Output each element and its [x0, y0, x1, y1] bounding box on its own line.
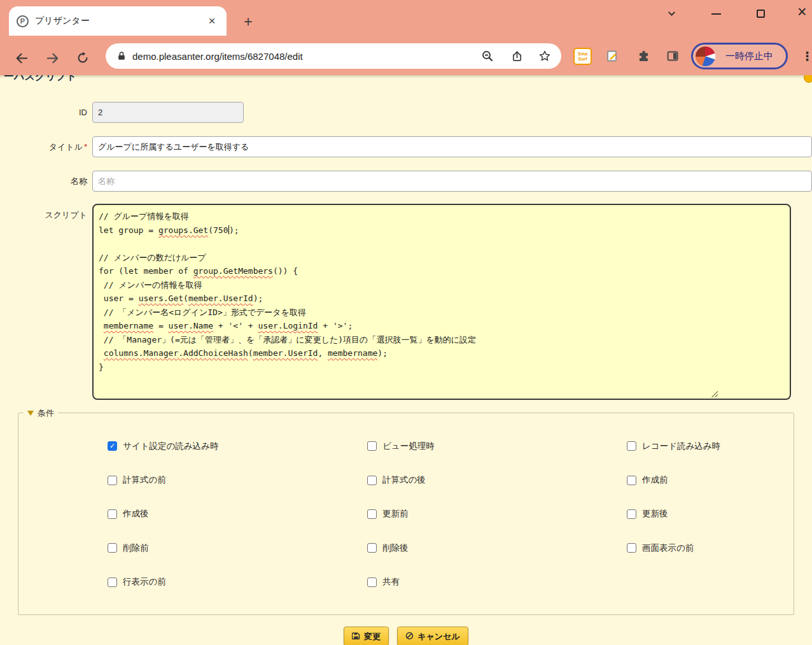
window-maximize-button[interactable] — [757, 10, 765, 18]
condition-item[interactable]: 作成前 — [627, 463, 812, 497]
condition-item[interactable]: 共有 — [367, 565, 627, 599]
condition-item[interactable]: レコード読み込み時 — [627, 429, 812, 463]
back-icon[interactable] — [13, 50, 30, 66]
checkbox-label: 更新後 — [642, 508, 668, 520]
menu-dots-icon[interactable] — [801, 49, 812, 64]
checkbox-checked[interactable]: ✓ — [108, 441, 117, 451]
command-bar: 変更 キャンセル — [0, 627, 812, 645]
checkbox-label: 計算式の前 — [123, 474, 166, 486]
checkbox-unchecked[interactable] — [108, 476, 117, 485]
profile-chip[interactable]: 一時停止中 — [691, 43, 788, 69]
script-label: スクリプト — [0, 206, 87, 225]
share-icon[interactable] — [510, 50, 523, 62]
conditions-legend[interactable]: 条件 — [24, 408, 58, 419]
user-circle-icon[interactable] — [804, 75, 812, 83]
forward-icon[interactable] — [44, 50, 60, 66]
condition-item[interactable]: 計算式の後 — [367, 463, 627, 497]
checkbox-label: 共有 — [382, 576, 400, 588]
browser-tab[interactable]: P プリザンター — [9, 6, 227, 36]
id-input[interactable] — [92, 102, 244, 123]
checkbox-unchecked[interactable] — [108, 578, 117, 587]
checkbox-unchecked[interactable] — [627, 441, 636, 451]
checkbox-label: 画面表示の前 — [642, 542, 694, 554]
screen: { "browser": { "tab_title": "プリザンター", "f… — [0, 0, 812, 645]
collapse-triangle-icon[interactable] — [27, 411, 34, 416]
checkbox-label: 削除前 — [123, 542, 149, 554]
checkbox-label: 作成前 — [642, 474, 668, 486]
cancel-button[interactable]: キャンセル — [397, 627, 468, 645]
conditions-fieldset: 条件 ✓サイト設定の読み込み時ビュー処理時レコード読み込み時計算式の前計算式の後… — [18, 413, 794, 615]
browser-chrome: P プリザンター demo.pleasanter.org/items/68270… — [0, 0, 812, 75]
url-text[interactable]: demo.pleasanter.org/items/6827048/edit — [132, 51, 303, 62]
id-label: ID — [0, 102, 87, 123]
cancel-icon — [405, 632, 414, 642]
update-button-label: 変更 — [364, 631, 381, 642]
tab-close-icon[interactable] — [205, 14, 219, 28]
extensions-puzzle-icon[interactable] — [636, 49, 650, 63]
tab-title: プリザンター — [35, 15, 205, 27]
address-bar[interactable]: demo.pleasanter.org/items/6827048/edit — [106, 43, 561, 69]
checkbox-unchecked[interactable] — [627, 476, 636, 485]
condition-item[interactable]: ビュー処理時 — [367, 429, 627, 463]
checkbox-label: サイト設定の読み込み時 — [123, 441, 218, 452]
save-icon — [352, 632, 360, 642]
checkbox-unchecked[interactable] — [367, 578, 377, 587]
tab-favicon-icon: P — [17, 15, 29, 27]
checkbox-label: 計算式の後 — [382, 474, 426, 486]
update-button[interactable]: 変更 — [344, 627, 389, 645]
conditions-legend-text: 条件 — [38, 408, 54, 419]
required-mark: * — [84, 142, 87, 152]
checkbox-unchecked[interactable] — [627, 543, 636, 553]
checkbox-unchecked[interactable] — [108, 509, 117, 519]
notes-extension-icon[interactable] — [605, 49, 619, 63]
checkbox-unchecked[interactable] — [367, 476, 377, 485]
condition-item[interactable]: 行表示の前 — [108, 565, 367, 599]
lock-icon[interactable] — [117, 51, 126, 61]
condition-item[interactable]: 削除後 — [367, 531, 627, 565]
checkbox-unchecked[interactable] — [108, 543, 117, 553]
pleasanter-page: ーバスクリプト ID タイトル* 名称 スクリプト // グループ情報を取得le… — [0, 75, 812, 645]
conditions-grid: ✓サイト設定の読み込み時ビュー処理時レコード読み込み時計算式の前計算式の後作成前… — [108, 429, 812, 599]
side-panel-icon[interactable] — [666, 49, 680, 63]
title-label: タイトル* — [0, 136, 87, 157]
smasurf-text-2: Surf — [578, 57, 587, 62]
name-label: 名称 — [0, 171, 87, 192]
checkbox-label: ビュー処理時 — [382, 441, 435, 452]
page-title-partial: ーバスクリプト — [4, 75, 76, 83]
name-input[interactable] — [92, 171, 812, 192]
window-chevron-icon[interactable] — [667, 9, 676, 21]
condition-item[interactable]: 更新前 — [367, 497, 627, 531]
smasurf-extension-icon[interactable]: Sma Surf — [573, 48, 592, 65]
smasurf-text-1: Sma — [578, 52, 587, 57]
checkbox-label: 行表示の前 — [123, 576, 166, 588]
window-close-button[interactable] — [797, 4, 807, 20]
checkbox-unchecked[interactable] — [367, 543, 377, 553]
checkbox-unchecked[interactable] — [627, 509, 636, 519]
bookmark-star-icon[interactable] — [538, 50, 551, 62]
condition-item[interactable]: 更新後 — [627, 497, 812, 531]
reload-icon[interactable] — [74, 50, 91, 66]
checkbox-label: 削除後 — [382, 542, 409, 554]
checkbox-unchecked[interactable] — [367, 441, 377, 451]
condition-item[interactable]: 作成後 — [108, 497, 367, 531]
zoom-out-icon[interactable] — [481, 50, 494, 62]
condition-item[interactable]: 削除前 — [108, 531, 367, 565]
cancel-button-label: キャンセル — [417, 631, 460, 642]
title-input[interactable] — [92, 136, 812, 157]
script-editor[interactable]: // グループ情報を取得let group = groups.Get(750);… — [92, 204, 791, 400]
condition-item[interactable]: 計算式の前 — [108, 463, 367, 497]
condition-item[interactable]: ✓サイト設定の読み込み時 — [108, 429, 367, 463]
new-tab-button[interactable] — [239, 13, 257, 31]
window-minimize-button[interactable] — [711, 13, 721, 15]
checkbox-label: 作成後 — [123, 508, 149, 520]
checkbox-label: 更新前 — [382, 508, 409, 520]
checkbox-label: レコード読み込み時 — [642, 441, 720, 452]
condition-item[interactable]: 画面表示の前 — [627, 531, 812, 565]
profile-status-label: 一時停止中 — [715, 50, 786, 62]
checkbox-unchecked[interactable] — [367, 509, 377, 519]
profile-avatar — [696, 46, 715, 66]
